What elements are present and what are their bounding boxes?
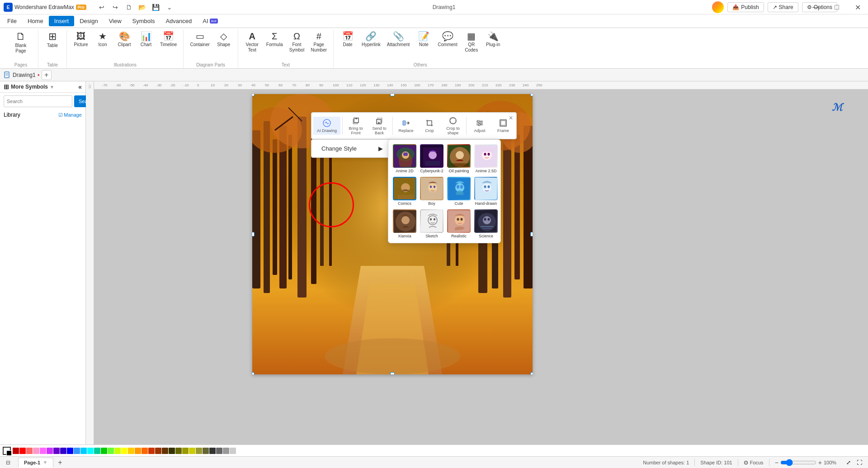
- style-item-comics[interactable]: Comics: [392, 176, 417, 207]
- ribbon-container[interactable]: ▭ Container: [187, 30, 212, 49]
- panel-collapse-btn[interactable]: «: [78, 83, 82, 90]
- user-avatar[interactable]: [712, 1, 724, 13]
- color-swatch[interactable]: [169, 448, 175, 454]
- open-btn[interactable]: 📂: [136, 1, 149, 14]
- ribbon-table[interactable]: ⊞ Table: [42, 30, 63, 50]
- color-swatch[interactable]: [13, 448, 19, 454]
- ribbon-vector-text[interactable]: A VectorText: [242, 30, 263, 55]
- zoom-out-btn[interactable]: −: [775, 459, 778, 466]
- color-swatch[interactable]: [148, 448, 155, 454]
- share-btn[interactable]: ↗ Share: [768, 2, 798, 12]
- fill-color-btn[interactable]: [3, 447, 11, 455]
- undo-btn[interactable]: ↩: [95, 1, 108, 14]
- style-item-sketch[interactable]: Sketch: [419, 208, 444, 239]
- color-swatch[interactable]: [94, 448, 100, 454]
- menu-advanced[interactable]: Advanced: [160, 16, 197, 26]
- color-swatch[interactable]: [47, 448, 53, 454]
- color-swatch[interactable]: [182, 448, 189, 454]
- menu-view[interactable]: View: [104, 16, 127, 26]
- new-btn[interactable]: 🗋: [123, 1, 135, 14]
- ctx-send-back-btn[interactable]: Send toBack: [368, 114, 391, 137]
- ribbon-chart[interactable]: 📊 Chart: [136, 30, 156, 49]
- ribbon-note[interactable]: 📝 Note: [413, 30, 434, 49]
- search-input[interactable]: [4, 95, 72, 107]
- color-swatch[interactable]: [236, 448, 243, 454]
- ribbon-shape[interactable]: ◇ Shape: [213, 30, 234, 49]
- color-swatch[interactable]: [142, 448, 148, 454]
- minimize-btn[interactable]: —: [806, 0, 826, 14]
- color-swatch[interactable]: [223, 448, 229, 454]
- focus-btn[interactable]: ⊙ Focus: [744, 459, 764, 466]
- save-btn[interactable]: 💾: [150, 1, 162, 14]
- selection-handle-bm[interactable]: [390, 372, 395, 374]
- ctx-close-btn[interactable]: ✕: [507, 114, 514, 122]
- color-swatch[interactable]: [101, 448, 107, 454]
- manage-btn[interactable]: ☑ Manage: [58, 112, 82, 118]
- ctx-crop-btn[interactable]: Crop: [418, 117, 441, 135]
- color-swatch[interactable]: [19, 448, 26, 454]
- style-item-anime25d[interactable]: Anime 2.5D: [473, 143, 499, 174]
- ribbon-timeline[interactable]: 📅 Timeline: [157, 30, 179, 49]
- redo-btn[interactable]: ↪: [109, 1, 122, 14]
- color-swatch[interactable]: [196, 448, 202, 454]
- color-swatch[interactable]: [155, 448, 161, 454]
- ribbon-plugin[interactable]: 🔌 Plug-in: [483, 30, 504, 49]
- ribbon-attachment[interactable]: 📎 Attachment: [384, 30, 413, 49]
- ctx-replace-btn[interactable]: Replace: [395, 117, 417, 135]
- change-style-btn[interactable]: Change Style ▶: [316, 142, 388, 155]
- publish-btn[interactable]: 📤 Publish: [727, 2, 764, 12]
- toggle-page-panel-btn[interactable]: ⊟: [4, 458, 13, 467]
- ctx-ai-drawing-btn[interactable]: AI Drawing: [313, 117, 340, 135]
- color-swatch[interactable]: [121, 448, 127, 454]
- menu-ai[interactable]: AI Aot: [197, 16, 223, 26]
- selection-handle-tl[interactable]: [252, 94, 255, 96]
- fullscreen-btn[interactable]: ⛶: [854, 458, 864, 468]
- style-item-xianxia[interactable]: Xianxia: [392, 208, 417, 239]
- ribbon-hyperlink[interactable]: 🔗 Hyperlink: [359, 30, 383, 49]
- selection-handle-tm[interactable]: [390, 94, 395, 96]
- menu-insert[interactable]: Insert: [49, 16, 75, 26]
- more-btn[interactable]: ⌄: [163, 1, 176, 14]
- fit-page-btn[interactable]: ⤢: [844, 458, 854, 468]
- style-item-cute[interactable]: Cute: [446, 176, 472, 207]
- selection-handle-ml[interactable]: [252, 232, 255, 236]
- zoom-in-btn[interactable]: +: [818, 459, 822, 466]
- page-tab-1[interactable]: Page-1 ▼: [18, 458, 53, 468]
- menu-file[interactable]: File: [2, 16, 22, 26]
- selection-handle-br[interactable]: [530, 372, 533, 374]
- color-swatch[interactable]: [87, 448, 94, 454]
- style-item-handdrawn[interactable]: Hand-drawn: [473, 176, 499, 207]
- style-item-anime2d[interactable]: Anime 2D: [392, 143, 417, 174]
- add-page-btn[interactable]: +: [55, 458, 65, 468]
- ctx-adjust-btn[interactable]: Adjust: [468, 117, 491, 135]
- ribbon-formula[interactable]: Σ Formula: [264, 30, 286, 49]
- color-swatch[interactable]: [209, 448, 216, 454]
- ctx-bring-front-btn[interactable]: Bring toFront: [344, 114, 367, 137]
- style-item-boy[interactable]: Boy: [419, 176, 444, 207]
- color-swatch[interactable]: [33, 448, 39, 454]
- color-swatch[interactable]: [203, 448, 209, 454]
- color-swatch[interactable]: [128, 448, 134, 454]
- color-swatch[interactable]: [40, 448, 46, 454]
- ribbon-qr[interactable]: ▦ QRCodes: [461, 30, 482, 55]
- style-item-cyberpunk[interactable]: Cyberpunk-2: [419, 143, 444, 174]
- ribbon-page-number[interactable]: # PageNumber: [308, 30, 330, 55]
- color-swatch[interactable]: [162, 448, 168, 454]
- menu-symbols[interactable]: Symbols: [127, 16, 160, 26]
- ribbon-date[interactable]: 📅 Date: [337, 30, 358, 49]
- style-item-science[interactable]: Science: [473, 208, 499, 239]
- ribbon-icon[interactable]: ★ Icon: [92, 30, 113, 49]
- color-swatch[interactable]: [216, 448, 222, 454]
- color-swatch[interactable]: [108, 448, 114, 454]
- selection-handle-bl[interactable]: [252, 372, 255, 374]
- color-swatch[interactable]: [80, 448, 87, 454]
- color-swatch[interactable]: [74, 448, 80, 454]
- color-swatch[interactable]: [60, 448, 66, 454]
- menu-home[interactable]: Home: [22, 16, 49, 26]
- ribbon-blank-page[interactable]: 🗋 BlankPage: [7, 30, 34, 56]
- symbols-dropdown-arrow[interactable]: ▼: [50, 85, 54, 90]
- ribbon-clipart[interactable]: 🎨 Clipart: [114, 30, 135, 49]
- color-swatch[interactable]: [53, 448, 60, 454]
- page-tab-1-options[interactable]: ▼: [43, 460, 47, 465]
- ribbon-picture[interactable]: 🖼 Picture: [71, 30, 91, 49]
